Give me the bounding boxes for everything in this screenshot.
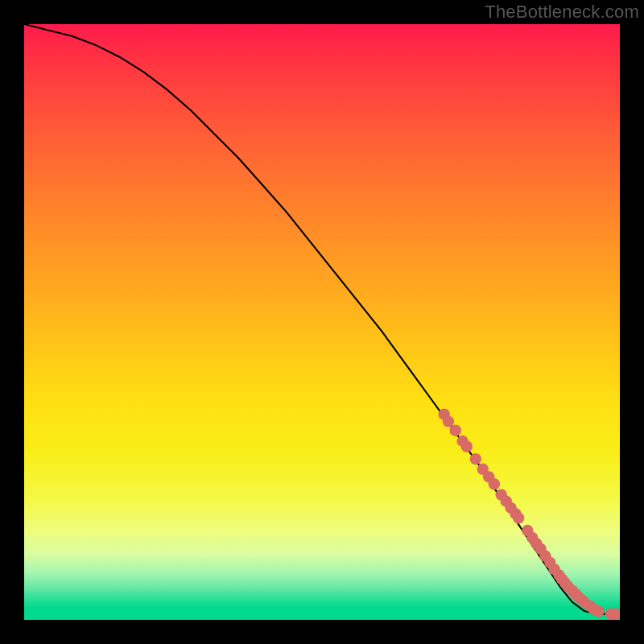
main-curve: [24, 24, 620, 614]
dot: [450, 425, 461, 436]
dot: [461, 441, 473, 452]
plot-overlay: [24, 24, 620, 620]
chart-frame: TheBottleneck.com: [0, 0, 644, 644]
dot: [489, 478, 500, 489]
dot: [513, 512, 524, 523]
dot: [470, 453, 481, 464]
plot-area: [24, 24, 620, 620]
dot: [592, 605, 604, 617]
attribution-label: TheBottleneck.com: [485, 2, 639, 23]
highlight-dots: [439, 409, 621, 620]
